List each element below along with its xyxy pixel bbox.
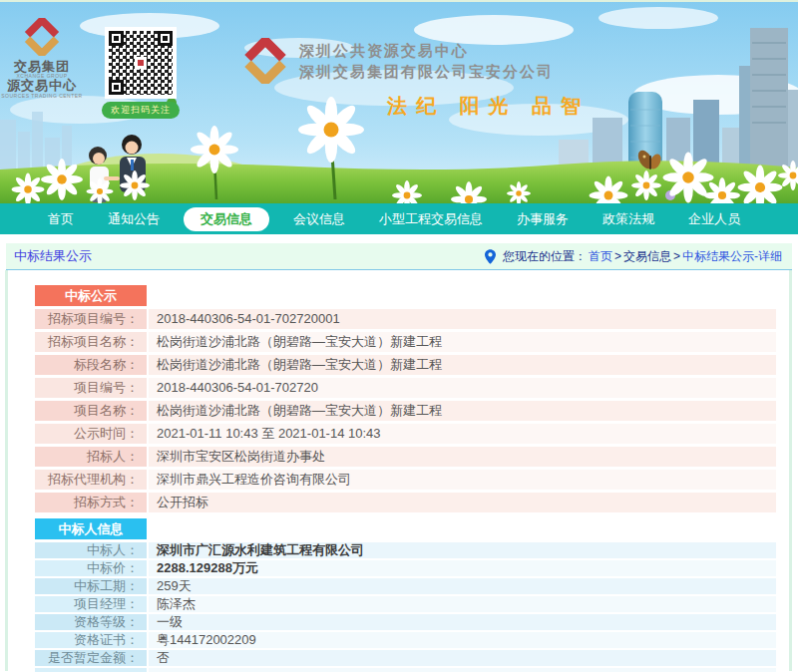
nav-item-services[interactable]: 办事服务 [507, 207, 579, 231]
table-row: 招标方式： 公开招标 [35, 493, 776, 512]
group-logo-text-cn2: 源交易中心 [0, 79, 98, 93]
table-row: 资格证书： 粤144172002209 [35, 632, 776, 648]
field-value: 粤144172002209 [149, 632, 776, 648]
section-header-announcement: 中标公示 [35, 285, 147, 306]
award-announcement-section: 中标公示 招标项目编号： 2018-440306-54-01-702720001… [35, 270, 776, 512]
field-value: 259天 [149, 578, 776, 594]
field-value: 松岗街道沙浦北路（朗碧路—宝安大道）新建工程 [149, 355, 776, 375]
table-row: 中标人： 深圳市广汇源水利建筑工程有限公司 [35, 542, 776, 558]
group-logo: 交易集团 XCHANGE GROUP 源交易中心 SOURCES TRADING… [0, 18, 98, 99]
breadcrumb-separator: > [673, 249, 680, 263]
table-row: 是否暂定金额： 否 [35, 650, 776, 666]
location-pin-icon [485, 249, 496, 264]
field-value: 公开招标 [149, 493, 776, 512]
breadcrumb-home-link[interactable]: 首页 [589, 248, 612, 265]
field-label: 项目名称： [35, 401, 147, 421]
table-row: 招标项目名称： 松岗街道沙浦北路（朗碧路—宝安大道）新建工程 [35, 332, 776, 352]
main-content: 中标公示 招标项目编号： 2018-440306-54-01-702720001… [0, 270, 798, 671]
field-value: 深圳市鼎兴工程造价咨询有限公司 [149, 470, 776, 490]
right-edge-divider [789, 270, 792, 671]
winner-info-section: 中标人信息 中标人： 深圳市广汇源水利建筑工程有限公司 中标价： 2288.12… [35, 518, 776, 672]
field-label: 招标代理机构： [35, 470, 147, 490]
field-label: 是否暂定金额： [35, 650, 147, 666]
table-row: 公示时间： 2021-01-11 10:43 至 2021-01-14 10:4… [35, 424, 776, 444]
table-row: 中标工期： 259天 [35, 578, 776, 594]
field-value: 松岗街道沙浦北路（朗碧路—宝安大道）新建工程 [149, 401, 776, 421]
field-label: 公示时间： [35, 424, 147, 444]
field-value: 深圳市广汇源水利建筑工程有限公司 [149, 542, 776, 558]
header-banner: 交易集团 XCHANGE GROUP 源交易中心 SOURCES TRADING… [0, 0, 798, 203]
field-label: 中标工期： [35, 578, 147, 594]
field-label: 项目编号： [35, 378, 147, 398]
field-label: 招标项目名称： [35, 332, 147, 352]
field-label: 项目经理： [35, 596, 147, 612]
nav-item-notices[interactable]: 通知公告 [98, 207, 170, 231]
field-value: 2018-440306-54-01-702720001 [149, 309, 776, 329]
banner-slogan: 法纪 阳光 品智 [387, 93, 590, 120]
field-value: 陈泽杰 [149, 596, 776, 612]
org-name-line1: 深圳公共资源交易中心 [299, 40, 554, 61]
nav-item-trade-info[interactable]: 交易信息 [184, 207, 269, 231]
nav-item-small-projects[interactable]: 小型工程交易信息 [369, 207, 493, 231]
site-logo: 深圳公共资源交易中心 深圳交易集团有限公司宝安分公司 [242, 38, 554, 84]
group-logo-icon [23, 18, 61, 56]
breadcrumb-section-link[interactable]: 交易信息 [623, 248, 671, 265]
breadcrumb-current: 中标结果公示-详细 [682, 248, 782, 265]
breadcrumb-separator: > [614, 249, 621, 263]
table-row [35, 668, 776, 672]
field-label: 标段名称： [35, 355, 147, 375]
field-label: 中标人： [35, 542, 147, 558]
page-title: 中标结果公示 [14, 247, 92, 265]
table-row: 项目名称： 松岗街道沙浦北路（朗碧路—宝安大道）新建工程 [35, 401, 776, 421]
group-logo-text-en2: SOURCES TRADING CENTER [0, 94, 98, 100]
field-label: 招标方式： [35, 493, 147, 512]
field-label: 招标项目编号： [35, 309, 147, 329]
field-value: 否 [149, 650, 776, 666]
field-label: 招标人： [35, 447, 147, 467]
field-value: 2288.129288万元 [149, 560, 776, 576]
nav-item-enterprise[interactable]: 企业人员 [678, 207, 750, 231]
nav-item-meeting-info[interactable]: 会议信息 [283, 207, 355, 231]
table-row: 招标代理机构： 深圳市鼎兴工程造价咨询有限公司 [35, 470, 776, 490]
field-value: 2018-440306-54-01-702720 [149, 378, 776, 398]
site-logo-icon [242, 38, 288, 84]
table-row: 中标价： 2288.129288万元 [35, 560, 776, 576]
field-label: 资格证书： [35, 632, 147, 648]
field-label: 资格等级： [35, 614, 147, 630]
table-row: 项目编号： 2018-440306-54-01-702720 [35, 378, 776, 398]
table-row: 标段名称： 松岗街道沙浦北路（朗碧路—宝安大道）新建工程 [35, 355, 776, 375]
field-value: 一级 [149, 614, 776, 630]
nav-item-policies[interactable]: 政策法规 [593, 207, 664, 231]
qr-caption: 欢迎扫码关注 [102, 102, 180, 119]
left-edge-divider [5, 270, 8, 671]
field-label: 中标价： [35, 560, 147, 576]
field-value: 2021-01-11 10:43 至 2021-01-14 10:43 [149, 424, 776, 444]
section-header-winner: 中标人信息 [35, 518, 147, 539]
table-row: 资格等级： 一级 [35, 614, 776, 630]
field-value: 松岗街道沙浦北路（朗碧路—宝安大道）新建工程 [149, 332, 776, 352]
table-row: 招标项目编号： 2018-440306-54-01-702720001 [35, 309, 776, 329]
qr-code [105, 27, 177, 99]
group-logo-text-cn1: 交易集团 [0, 60, 98, 74]
nav-item-home[interactable]: 首页 [38, 207, 84, 231]
location-prefix: 您现在的位置： [503, 248, 587, 265]
main-nav: 首页 通知公告 交易信息 会议信息 小型工程交易信息 办事服务 政策法规 企业人… [0, 203, 798, 234]
field-value: 深圳市宝安区松岗街道办事处 [149, 447, 776, 467]
breadcrumb: 您现在的位置： 首页 > 交易信息 > 中标结果公示-详细 [485, 248, 782, 265]
qr-code-block: 欢迎扫码关注 [102, 27, 180, 119]
org-name-line2: 深圳交易集团有限公司宝安分公司 [299, 61, 554, 82]
breadcrumb-bar: 中标结果公示 您现在的位置： 首页 > 交易信息 > 中标结果公示-详细 [6, 243, 792, 270]
table-row: 招标人： 深圳市宝安区松岗街道办事处 [35, 447, 776, 467]
table-row: 项目经理： 陈泽杰 [35, 596, 776, 612]
